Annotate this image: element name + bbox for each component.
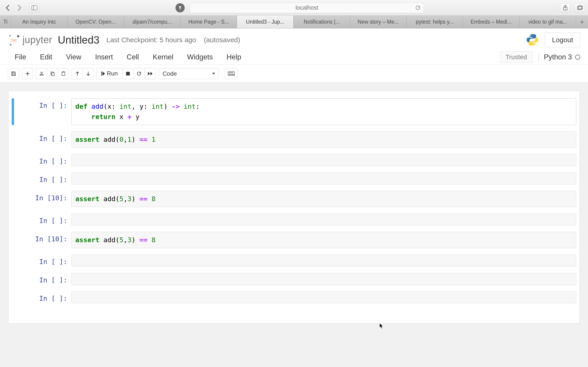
share-button[interactable] — [560, 3, 571, 12]
move-cell-up-button[interactable] — [72, 68, 83, 79]
svg-rect-35 — [232, 73, 232, 73]
cell-input[interactable] — [71, 154, 576, 166]
cell-type-select[interactable]: Code — [159, 68, 218, 79]
reload-button[interactable] — [415, 5, 421, 10]
code-cell[interactable]: In [ ]: — [12, 255, 576, 267]
code-cell[interactable]: In [ ]:def add(x: int, y: int) -> int: r… — [12, 98, 576, 125]
cell-prompt: In [ ]: — [14, 173, 71, 184]
new-tab-button[interactable]: + — [576, 16, 588, 28]
save-button[interactable] — [8, 68, 19, 79]
svg-point-11 — [534, 44, 535, 45]
cell-input[interactable]: assert add(5,3) == 8 — [71, 232, 576, 248]
browser-tab[interactable]: video to gif ma... — [519, 16, 576, 28]
logout-button[interactable]: Logout — [545, 33, 580, 47]
menu-view[interactable]: View — [59, 50, 88, 64]
browser-tab[interactable]: pytest: helps y... — [406, 16, 463, 28]
notebook-header: jupyter Untitled3 Last Checkpoint: 5 hou… — [0, 28, 588, 50]
browser-tab[interactable]: Ti — [0, 16, 11, 28]
svg-rect-25 — [126, 72, 130, 75]
cell-input[interactable] — [71, 273, 576, 285]
menu-kernel[interactable]: Kernel — [146, 50, 180, 64]
browser-tab[interactable]: Home Page - S... — [181, 16, 237, 28]
reader-mode-button[interactable] — [175, 3, 185, 12]
kernel-indicator[interactable]: Python 3 — [538, 53, 580, 61]
menu-edit[interactable]: Edit — [33, 50, 59, 64]
kernel-name-text: Python 3 — [544, 53, 572, 61]
notebook-title[interactable]: Untitled3 — [58, 34, 100, 46]
code-cell[interactable]: In [ ]: — [12, 214, 576, 225]
copy-button[interactable] — [47, 68, 58, 79]
restart-run-all-button[interactable] — [145, 68, 156, 79]
cell-input[interactable]: assert add(0,1) == 1 — [71, 131, 576, 148]
cell-prompt: In [10]: — [14, 232, 71, 248]
paste-button[interactable] — [58, 68, 69, 79]
forward-button[interactable] — [15, 3, 24, 13]
code-cell[interactable]: In [ ]: — [12, 273, 576, 285]
cell-gutter — [12, 98, 14, 125]
cell-gutter — [12, 154, 14, 166]
jupyter-logo[interactable]: jupyter — [8, 34, 52, 46]
cell-prompt: In [ ]: — [14, 255, 71, 267]
svg-rect-3 — [179, 9, 181, 9]
svg-rect-24 — [101, 72, 102, 76]
code-cell[interactable]: In [ ]: — [12, 173, 576, 184]
back-button[interactable] — [3, 3, 12, 13]
svg-rect-33 — [230, 73, 230, 73]
run-button[interactable]: Run — [96, 68, 122, 79]
cell-input[interactable]: assert add(5,3) == 8 — [71, 191, 576, 207]
svg-rect-13 — [12, 74, 15, 75]
cell-input[interactable] — [71, 291, 576, 303]
code-cell[interactable]: In [ ]: — [12, 291, 576, 303]
address-bar[interactable]: localhost — [190, 2, 424, 13]
menu-help[interactable]: Help — [220, 50, 248, 64]
move-cell-down-button[interactable] — [83, 68, 94, 79]
interrupt-kernel-button[interactable] — [122, 68, 133, 79]
browser-tab[interactable]: Embeds – Medi... — [463, 16, 519, 28]
cell-prompt: In [ ]: — [14, 154, 71, 166]
checkpoint-text: Last Checkpoint: 5 hours ago — [106, 36, 196, 44]
cell-input[interactable] — [71, 214, 576, 225]
browser-tab[interactable]: An Inquiry Intc — [11, 16, 68, 28]
kernel-logo-icon — [526, 33, 539, 47]
svg-point-9 — [10, 44, 12, 46]
code-cell[interactable]: In [10]:assert add(5,3) == 8 — [12, 191, 576, 207]
browser-tab[interactable]: Notifications |... — [294, 16, 350, 28]
code-cell[interactable]: In [ ]:assert add(0,1) == 1 — [12, 131, 576, 148]
browser-tab[interactable]: OpenCV: Open... — [68, 16, 124, 28]
svg-rect-28 — [230, 74, 230, 75]
run-button-label: Run — [107, 70, 118, 77]
sidebar-toggle-button[interactable] — [29, 3, 40, 12]
jupyter-logo-text: jupyter — [23, 34, 52, 45]
trusted-indicator[interactable]: Trusted — [500, 51, 532, 63]
command-palette-button[interactable] — [225, 68, 238, 79]
svg-rect-12 — [12, 72, 14, 73]
menu-file[interactable]: File — [8, 50, 33, 64]
cell-input[interactable] — [71, 255, 576, 267]
url-text: localhost — [296, 4, 318, 11]
code-cell[interactable]: In [ ]: — [12, 154, 576, 166]
menu-insert[interactable]: Insert — [88, 50, 120, 64]
svg-rect-29 — [231, 74, 231, 75]
browser-tab[interactable]: New story – Me... — [350, 16, 406, 28]
jupyter-logo-icon — [8, 34, 20, 46]
cell-prompt: In [10]: — [14, 191, 71, 207]
cell-input[interactable] — [71, 173, 576, 184]
browser-tab[interactable]: dipam7/compu... — [124, 16, 181, 28]
cell-prompt: In [ ]: — [14, 98, 71, 125]
tabs-overview-button[interactable] — [575, 3, 585, 12]
menu-cell[interactable]: Cell — [120, 50, 146, 64]
insert-cell-below-button[interactable] — [22, 68, 33, 79]
notebook-container: In [ ]:def add(x: int, y: int) -> int: r… — [0, 83, 588, 367]
restart-kernel-button[interactable] — [133, 68, 145, 79]
cut-button[interactable] — [36, 68, 47, 79]
menu-widgets[interactable]: Widgets — [180, 50, 220, 64]
cell-gutter — [12, 255, 14, 267]
toolbar: Run Code — [0, 65, 588, 83]
svg-rect-21 — [52, 73, 54, 76]
code-cell[interactable]: In [10]:assert add(5,3) == 8 — [12, 232, 576, 248]
cell-prompt: In [ ]: — [14, 291, 71, 303]
cell-input[interactable]: def add(x: int, y: int) -> int: return x… — [71, 98, 576, 125]
svg-rect-30 — [232, 74, 232, 75]
browser-tab[interactable]: Untitled3 - Jup... — [237, 16, 294, 28]
cell-gutter — [12, 273, 14, 285]
